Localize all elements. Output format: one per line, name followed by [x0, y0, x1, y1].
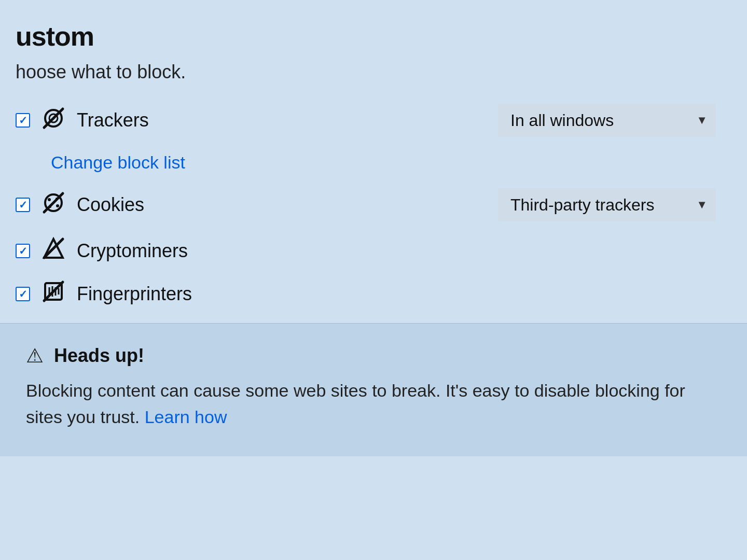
svg-point-6	[56, 198, 58, 200]
svg-point-5	[48, 198, 51, 201]
warning-body-text: Blocking content can cause some web site…	[26, 381, 685, 427]
trackers-dropdown-wrapper: In all windows Only in private windows ▼	[498, 104, 716, 137]
learn-how-link[interactable]: Learn how	[145, 407, 227, 427]
svg-line-9	[44, 239, 63, 258]
cryptominers-label: Cryptominers	[77, 240, 188, 262]
fingerprinters-icon	[40, 280, 66, 307]
warning-text: Blocking content can cause some web site…	[26, 377, 721, 430]
svg-line-11	[44, 282, 63, 301]
fingerprinters-check-mark: ✓	[19, 289, 27, 299]
trackers-row: ✓ Trackers In all windows Only in privat…	[16, 104, 716, 137]
change-block-list-link[interactable]: Change block list	[51, 152, 716, 173]
cookies-label: Cookies	[77, 194, 144, 216]
trackers-label: Trackers	[77, 109, 149, 131]
warning-title: Heads up!	[54, 345, 144, 367]
svg-point-7	[56, 204, 59, 207]
warning-box: ⚠ Heads up! Blocking content can cause s…	[0, 323, 747, 456]
trackers-checkbox[interactable]: ✓	[16, 113, 30, 128]
cryptominers-checkbox[interactable]: ✓	[16, 244, 30, 258]
page-title: ustom	[16, 21, 716, 52]
warning-triangle-icon: ⚠	[26, 344, 44, 367]
svg-point-8	[49, 206, 51, 208]
cryptominers-check-mark: ✓	[19, 246, 27, 256]
cryptominers-row: ✓ Cryptominers	[16, 237, 716, 264]
cookies-dropdown[interactable]: Third-party trackers All third-party coo…	[498, 188, 716, 221]
cookies-icon	[40, 191, 66, 219]
cookies-dropdown-wrapper: Third-party trackers All third-party coo…	[498, 188, 716, 221]
fingerprinters-checkbox[interactable]: ✓	[16, 287, 30, 301]
trackers-check-mark: ✓	[19, 115, 27, 125]
page-container: ustom hoose what to block. ✓ Trackers In…	[0, 0, 747, 456]
cookies-checkbox[interactable]: ✓	[16, 198, 30, 212]
trackers-dropdown[interactable]: In all windows Only in private windows	[498, 104, 716, 137]
cookies-row: ✓ Cookies Third-party trackers All third…	[16, 188, 716, 221]
fingerprinters-label: Fingerprinters	[77, 283, 192, 305]
warning-header: ⚠ Heads up!	[26, 344, 721, 367]
trackers-icon	[40, 107, 66, 134]
cryptominers-icon	[40, 237, 66, 264]
fingerprinters-row: ✓ Fingerprinters	[16, 280, 716, 307]
cookies-check-mark: ✓	[19, 200, 27, 210]
page-subtitle: hoose what to block.	[16, 61, 716, 83]
